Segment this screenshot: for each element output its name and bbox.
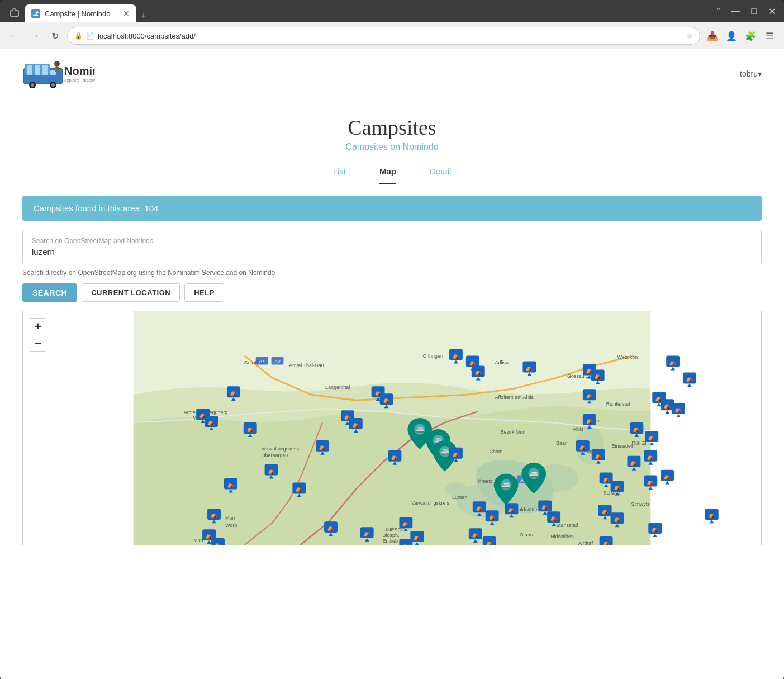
svg-text:⛺: ⛺ [602, 475, 610, 483]
back-button[interactable]: ← [7, 28, 22, 44]
svg-text:⛺: ⛺ [246, 425, 254, 433]
svg-text:⛺: ⛺ [227, 481, 235, 488]
svg-marker-108 [657, 403, 661, 406]
svg-text:⛺: ⛺ [476, 504, 483, 511]
svg-marker-93 [687, 383, 692, 387]
svg-text:⛺: ⛺ [669, 358, 677, 366]
svg-text:🚐: 🚐 [530, 469, 538, 478]
page-subtitle: Campsites on Nomindo [0, 142, 784, 152]
search-label: Search on OpenStreetMap and Nomindo [32, 237, 752, 245]
svg-text:⛺: ⛺ [507, 505, 515, 513]
svg-text:⛺: ⛺ [207, 418, 215, 426]
svg-text:Entlieb: Entlieb [383, 538, 398, 544]
svg-marker-111 [665, 410, 669, 414]
active-tab[interactable]: 🏕 Campsite | Nomindo ✕ [25, 4, 136, 22]
svg-text:Adliswil: Adliswil [495, 360, 512, 365]
reload-button[interactable]: ↻ [47, 28, 63, 44]
search-button[interactable]: SEARCH [22, 283, 77, 302]
logo-svg: Nomindo explore · discover · experience [22, 58, 95, 89]
svg-text:⛺: ⛺ [319, 443, 326, 450]
map-container[interactable]: A1 A2 A2 Solothurn Amtel Bucheggberg Was… [22, 311, 762, 545]
svg-text:Langenthal: Langenthal [325, 384, 350, 390]
svg-text:⛺: ⛺ [601, 507, 609, 515]
tabs-navigation: List Map Detail [22, 158, 762, 184]
svg-rect-2 [27, 65, 32, 70]
svg-text:⛺: ⛺ [648, 433, 655, 441]
svg-text:Albis: Albis [573, 426, 584, 432]
address-bar[interactable]: 🔒 📄 localhost:8000/campsites/add/ ☆ [67, 27, 700, 45]
page-main: Campsites Campsites on Nomindo List Map … [0, 98, 784, 557]
current-location-button[interactable]: CURRENT LOCATION [82, 283, 180, 302]
zoom-in-button[interactable]: + [30, 318, 46, 335]
svg-text:⛺: ⛺ [708, 511, 716, 519]
search-help-text: Search directly on OpenStreetMap.org usi… [22, 269, 762, 277]
url-text: localhost:8000/campsites/add/ [98, 32, 683, 40]
maximize-button[interactable]: □ [746, 3, 762, 19]
search-input[interactable] [32, 247, 752, 257]
browser-titlebar: 🏕 Campsite | Nomindo ✕ + ⌄ — □ ✕ [0, 0, 784, 22]
profile-icon[interactable]: 👤 [724, 28, 739, 44]
svg-rect-4 [42, 65, 48, 70]
svg-point-11 [31, 83, 34, 87]
svg-text:⛺: ⛺ [541, 502, 549, 510]
page-title: Campsites [0, 115, 784, 140]
minimize-button[interactable]: — [728, 3, 744, 19]
close-button[interactable]: ✕ [764, 3, 780, 19]
svg-text:⛺: ⛺ [452, 352, 460, 359]
user-menu[interactable]: tobru▾ [740, 69, 762, 78]
svg-text:Biosph.: Biosph. [383, 533, 400, 538]
new-tab-button[interactable]: + [136, 11, 151, 22]
svg-text:Bezirk Muri: Bezirk Muri [501, 429, 526, 435]
svg-text:⛺: ⛺ [352, 420, 360, 428]
site-header: Nomindo explore · discover · experience … [0, 49, 784, 98]
svg-text:⛺: ⛺ [663, 401, 671, 409]
content-area: Campsites found in this area: 104 Search… [0, 184, 784, 557]
svg-text:⛺: ⛺ [205, 531, 213, 539]
svg-text:⛺: ⛺ [472, 530, 479, 538]
svg-text:⛺: ⛺ [594, 372, 602, 379]
svg-text:Verwaltungskreis: Verwaltungskreis [262, 446, 300, 452]
svg-text:⛺: ⛺ [614, 483, 621, 491]
window-controls: ⌄ — □ ✕ [715, 3, 780, 19]
help-button[interactable]: HELP [184, 283, 224, 302]
browser-toolbar: ← → ↻ 🔒 📄 localhost:8000/campsites/add/ … [0, 22, 784, 49]
campsites-count-alert: Campsites found in this area: 104 [22, 196, 762, 221]
svg-text:⛺: ⛺ [525, 364, 533, 372]
tab-favicon: 🏕 [31, 9, 40, 18]
svg-text:Luzern: Luzern [452, 495, 467, 500]
svg-text:🚐: 🚐 [441, 447, 449, 455]
logo-area: Nomindo explore · discover · experience [22, 58, 95, 89]
svg-rect-3 [35, 65, 40, 70]
svg-text:Stansstad: Stansstad [556, 523, 578, 528]
svg-text:⛺: ⛺ [214, 540, 222, 545]
window-menu-icon[interactable]: ⌄ [715, 3, 726, 19]
zoom-out-button[interactable]: − [30, 335, 46, 352]
svg-text:⛺: ⛺ [595, 452, 602, 459]
svg-text:⛺: ⛺ [402, 542, 410, 545]
tab-close-button[interactable]: ✕ [123, 9, 130, 18]
menu-icon[interactable]: ☰ [762, 28, 777, 44]
logo[interactable]: Nomindo explore · discover · experience [22, 58, 95, 89]
svg-text:⛺: ⛺ [413, 533, 421, 541]
svg-rect-7 [42, 70, 48, 75]
svg-rect-6 [35, 70, 40, 75]
svg-marker-114 [676, 414, 681, 417]
svg-text:Richterswil: Richterswil [606, 401, 630, 407]
svg-text:Amtei Thal-Gäu: Amtei Thal-Gäu [289, 363, 324, 368]
tab-detail[interactable]: Detail [430, 167, 451, 184]
svg-text:⛺: ⛺ [488, 512, 496, 520]
bookmark-icon[interactable]: ☆ [686, 32, 693, 40]
forward-button[interactable]: → [27, 28, 42, 44]
tab-list[interactable]: List [333, 167, 346, 184]
svg-text:Wetzikon: Wetzikon [617, 354, 638, 360]
svg-text:Verwaltungskreis: Verwaltungskreis [411, 500, 449, 506]
tab-area: 🏕 Campsite | Nomindo ✕ + [4, 0, 151, 22]
pocket-icon[interactable]: 📥 [705, 28, 720, 44]
svg-text:⛺: ⛺ [663, 472, 671, 480]
svg-text:⛺: ⛺ [452, 450, 460, 458]
svg-text:Nidwalden: Nidwalden [550, 534, 574, 539]
svg-text:⛺: ⛺ [647, 478, 654, 486]
svg-text:⛺: ⛺ [391, 453, 398, 460]
tab-map[interactable]: Map [379, 167, 396, 184]
extensions-icon[interactable]: 🧩 [743, 28, 758, 44]
